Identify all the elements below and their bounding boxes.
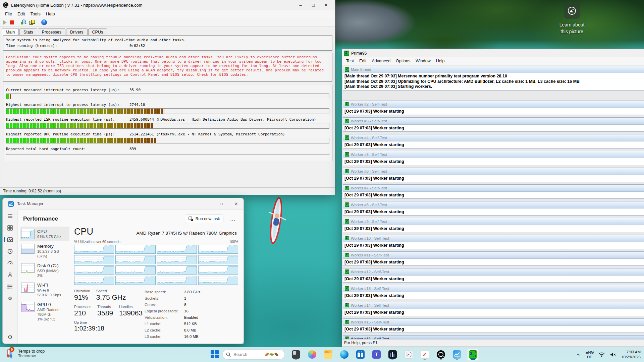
worker-titlebar[interactable]: 2-1 Worker #12 - Self-Test [343,268,644,276]
worker-window[interactable]: 2-1 Worker #13 - Self-Test [Oct 29 07:03… [343,285,644,299]
worker-window[interactable]: 2-1 Worker #4 - Self-Test [Oct 29 07:03]… [343,134,644,148]
file-explorer-taskbar-icon[interactable] [322,349,334,361]
latencymon-taskbar-icon[interactable] [435,349,446,361]
learn-about-picture-widget[interactable]: Learn about this picture [552,3,592,35]
worker-titlebar[interactable]: 2-1 Worker #3 - Self-Test [343,118,644,125]
menu-item[interactable]: Advanced [369,58,393,64]
worker-window[interactable]: 2-1 Worker #12 - Self-Test [Oct 29 07:03… [343,268,644,283]
nav-details-icon[interactable] [4,282,16,292]
menu-item[interactable]: Test [343,58,357,64]
menu-item[interactable]: Options [393,58,413,64]
worker-titlebar[interactable]: 2-1 Worker #6 - Self-Test [343,168,644,175]
worker-window[interactable]: 2-1 Worker #16 - Self-Test [Oct 29 07:03… [343,335,644,340]
nav-performance-icon[interactable] [4,235,16,245]
worker-window[interactable]: 2-1 Worker #6 - Self-Test [Oct 29 07:03]… [343,168,644,182]
worker-titlebar[interactable]: 2-1 Worker #7 - Self-Test [343,185,644,192]
performance-sidebar-item[interactable]: Memory 10.2/27.8 GB (37%) [20,241,69,261]
worker-window[interactable]: 2-1 Worker #15 - Self-Test [Oct 29 07:03… [343,318,644,333]
worker-window[interactable]: 2-1 Worker #5 - Self-Test [Oct 29 07:03]… [343,151,644,165]
worker-titlebar[interactable]: 2-1 Worker #14 - Self-Test [343,302,644,309]
worker-titlebar[interactable]: 2-1 Worker #4 - Self-Test [343,134,644,141]
worker-window[interactable]: 2-1 Worker #11 - Self-Test [Oct 29 07:03… [343,251,644,266]
worker-titlebar[interactable]: 2-1 Worker #15 - Self-Test [343,319,644,326]
worker-window[interactable]: 2-1 Worker #10 - Self-Test [Oct 29 07:03… [343,235,644,249]
nav-menu-icon[interactable] [4,211,16,221]
item-line2: 2% [37,273,59,278]
worker-titlebar[interactable]: 2-1 Worker #2 - Self-Test [343,101,644,108]
performance-sidebar-item[interactable]: Disk 0 (C:) SSD (NVMe) 2% [20,261,69,280]
nav-users-icon[interactable] [4,270,16,280]
menu-item[interactable]: Edit [357,58,369,64]
worker-titlebar[interactable]: 2-1 Worker #13 - Self-Test [343,285,644,292]
copilot-taskbar-icon[interactable] [306,349,318,361]
monitor-app-taskbar-icon[interactable] [387,349,398,361]
nav-app-history-icon[interactable] [4,246,16,256]
latencymon-titlebar[interactable]: LatencyMon (Home Edition ) v 7.31 - http… [0,0,335,10]
learn-about-picture-icon[interactable] [564,3,580,19]
settings-gear-icon[interactable]: ⚙ [3,334,17,340]
snipping-tool-taskbar-icon[interactable]: ✂ [403,349,414,361]
worker-titlebar[interactable]: 2-1 Worker #8 - Self-Test [343,201,644,208]
wifi-icon[interactable] [598,352,605,357]
weather-widget[interactable]: 5 Temps to drop Tomorrow [5,348,45,359]
more-options-button[interactable]: ... [227,215,239,223]
teams-taskbar-icon[interactable]: T [371,349,382,361]
maximize-button[interactable]: □ [214,201,229,206]
menu-item[interactable]: File [2,11,15,17]
analyze-magnifier-icon[interactable] [20,19,26,25]
search-box[interactable] [222,349,285,360]
item-name: Disk 0 (C:) [37,263,59,268]
stop-monitor-icon[interactable] [10,20,14,24]
close-button[interactable]: ✕ [229,201,244,206]
start-monitor-icon[interactable] [3,20,7,25]
language-indicator[interactable]: ENG DE [586,350,594,359]
search-input[interactable] [233,352,262,357]
menu-item[interactable]: Help [43,11,58,17]
worker-titlebar[interactable]: 2-1 Worker #10 - Self-Test [343,235,644,242]
worker-titlebar[interactable]: 2-1 Worker #5 - Self-Test [343,151,644,158]
checklist-app-taskbar-icon[interactable]: ✓ [419,349,430,361]
performance-sidebar-item[interactable]: Wi-Fi Wi-Fi 6 S: 0 R: 0 Kbps [20,280,69,300]
main-thread-window[interactable]: 2-1 Main thread [Main thread Oct 29 07:0… [343,66,644,90]
performance-sidebar-item[interactable]: CPU 91% 3.75 GHz [20,227,69,241]
worker-titlebar[interactable]: 2-1 Worker #11 - Self-Test [343,252,644,259]
worker-window[interactable]: 2-1 Worker #3 - Self-Test [Oct 29 07:03]… [343,117,644,132]
tray-clock[interactable]: 7:03 AM 10/29/2025 [621,350,641,360]
tray-chevron-up-icon[interactable] [576,352,581,357]
performance-sidebar-item[interactable]: GPU 0 AMD Radeon 780M Gr... 1% (62 °C) [20,300,69,324]
menu-item[interactable]: Tools [28,11,43,17]
worker-window[interactable]: 2-1 Worker #8 - Self-Test [Oct 29 07:03]… [343,201,644,216]
minimize-button[interactable]: – [199,201,214,206]
menu-item[interactable]: Edit [15,11,28,17]
run-new-task-button[interactable]: Run new task [185,215,224,223]
minimize-button[interactable]: – [294,2,307,8]
menu-item[interactable]: Help [433,58,447,64]
task-manager-taskbar-icon[interactable] [451,349,463,361]
store-taskbar-icon[interactable] [355,349,366,361]
worker-titlebar[interactable]: 2-1 Worker #9 - Self-Test [343,218,644,225]
cpu-core-graph [74,265,114,275]
cpu-chip-name: AMD Ryzen 7 8745HS w/ Radeon 780M Graphi… [93,231,238,236]
worker-titlebar[interactable]: 2-1 Worker #16 - Self-Test [343,336,644,340]
task-view-taskbar-icon[interactable] [290,349,302,361]
help-icon[interactable]: ? [41,19,47,25]
close-button[interactable]: ✕ [320,2,332,8]
latencymon-tab[interactable]: Main [2,28,19,36]
worker-window[interactable]: 2-1 Worker #9 - Self-Test [Oct 29 07:03]… [343,218,644,232]
edge-taskbar-icon[interactable] [338,349,350,361]
volume-muted-icon[interactable] [610,352,616,357]
start-button[interactable] [211,350,219,359]
worker-window[interactable]: 2-1 Worker #2 - Self-Test [Oct 29 07:03]… [343,101,644,115]
menu-item[interactable]: Window [413,58,433,64]
main-thread-titlebar[interactable]: 2-1 Main thread [343,66,644,73]
nav-startup-apps-icon[interactable] [4,258,16,268]
prime95-titlebar[interactable]: 2-1 Prime95 [342,49,644,57]
task-manager-titlebar[interactable]: Task Manager – □ ✕ [3,198,244,209]
worker-window[interactable]: 2-1 Worker #7 - Self-Test [Oct 29 07:03]… [343,184,644,199]
maximize-button[interactable]: □ [307,2,320,8]
nav-processes-icon[interactable] [4,223,16,233]
copy-report-icon[interactable] [30,20,35,25]
prime95-taskbar-icon[interactable]: 2-1 [467,349,479,361]
nav-services-icon[interactable]: ⚙ [4,293,16,303]
worker-window[interactable]: 2-1 Worker #14 - Self-Test [Oct 29 07:03… [343,302,644,316]
